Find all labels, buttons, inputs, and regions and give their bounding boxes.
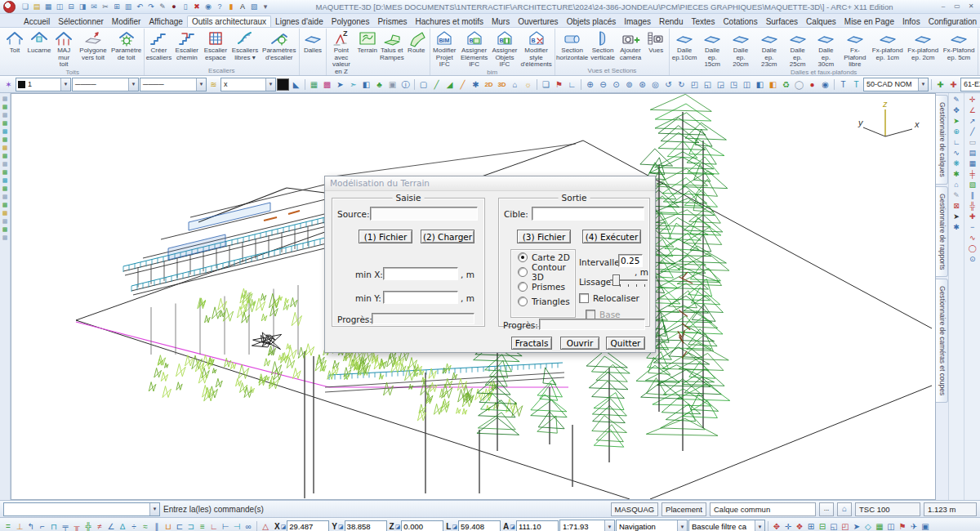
rect-icon[interactable]: ▭ xyxy=(969,137,976,148)
ribbon-button-polygone-vers-toit[interactable]: Polygone vers toit xyxy=(76,29,109,61)
ribbon-button-terrain[interactable]: Terrain xyxy=(355,29,380,55)
ribbon-button-vues[interactable]: Vues xyxy=(644,29,668,55)
undo-icon[interactable]: ↶ xyxy=(134,2,145,12)
wing-icon[interactable]: ✈ xyxy=(908,522,920,531)
ribbon-button-section-verticale[interactable]: Section verticale xyxy=(589,29,617,61)
fill-toggle-icon[interactable]: ◢ xyxy=(443,78,456,91)
arrow-black-icon[interactable]: ➤ xyxy=(953,212,960,222)
coordinate-value[interactable]: 29.487 xyxy=(287,520,329,531)
plus-icon[interactable]: ✚ xyxy=(969,212,976,222)
chevron-down-icon[interactable]: ▼ xyxy=(918,78,928,91)
save-icon[interactable]: ▦ xyxy=(42,2,54,12)
snap-tack2-icon[interactable]: ⊣ xyxy=(231,522,243,531)
minimize-button[interactable]: – xyxy=(938,2,949,11)
filter-toggle-select[interactable]: Bascule filtre ca▼ xyxy=(688,520,765,531)
visibility-eye-icon[interactable]: ◉ xyxy=(819,78,831,91)
ribbon-button-ajouter-cam-ra[interactable]: Ajouter caméra xyxy=(617,29,644,61)
view-axo-icon[interactable]: ◧ xyxy=(754,78,766,91)
pane2-icon[interactable]: ◰ xyxy=(840,522,851,531)
ribbon-button-modifier-projet-ifc[interactable]: BIMModifier Projet IFC xyxy=(431,29,458,69)
fence-icon[interactable]: ╪ xyxy=(969,169,974,180)
executer-button[interactable]: (4) Exécuter xyxy=(582,230,641,243)
home-view-icon[interactable]: ⌂ xyxy=(509,78,521,91)
ext-layer-select[interactable]: 61-EXT 0.12▼ xyxy=(960,78,980,91)
tool-icon[interactable]: ▩ xyxy=(2,136,8,143)
ribbon-button-dalle-ep-20cm[interactable]: Dalle ep. 20cm xyxy=(727,29,755,69)
corner-icon[interactable]: ∟ xyxy=(953,137,960,148)
tool-icon[interactable]: ▩ xyxy=(2,209,8,216)
minus-icon[interactable]: − xyxy=(970,222,974,233)
delete-icon[interactable]: ✖ xyxy=(191,2,203,12)
menu-tab[interactable]: Sélectionner xyxy=(54,16,108,27)
coordinate-value[interactable]: 0.000 xyxy=(401,520,443,531)
tool-icon[interactable]: ▩ xyxy=(2,152,8,159)
panel-icon[interactable]: ▣ xyxy=(920,522,931,531)
menu-tab[interactable]: Calques xyxy=(802,16,840,27)
output-type-radio[interactable]: Triangles xyxy=(511,294,575,309)
view-side-icon[interactable]: ◲ xyxy=(715,78,727,91)
select-lasso-icon[interactable]: ➣ xyxy=(347,78,359,91)
selection-frame-icon[interactable]: ▢ xyxy=(417,78,430,91)
chevron-down-icon[interactable]: ▼ xyxy=(60,78,70,91)
ribbon-button-param-tre-de-toit[interactable]: Paramètre de toit xyxy=(110,29,143,61)
clipboard-icon[interactable]: ▧ xyxy=(248,2,260,12)
flagged-icon[interactable]: ⚑ xyxy=(897,522,908,531)
layer-browse-button[interactable]: ... xyxy=(819,502,834,516)
cross-red-icon[interactable]: ✛ xyxy=(969,95,976,105)
line-width-select[interactable]: ────▼ xyxy=(140,78,207,91)
text-filter-b-icon[interactable]: T xyxy=(850,78,862,91)
snap-div-icon[interactable]: ÷ xyxy=(128,522,140,531)
chevron-down-icon[interactable]: ▼ xyxy=(677,520,687,531)
tool-icon[interactable]: ▩ xyxy=(2,176,8,184)
menu-tab[interactable]: Ouvertures xyxy=(514,16,562,27)
ribbon-button-dalle-ep-23cm[interactable]: Dalle ep. 23cm xyxy=(755,29,783,69)
text-filter-a-icon[interactable]: T xyxy=(837,78,849,91)
quitter-button[interactable]: Quitter xyxy=(606,337,645,350)
snowflake-icon[interactable]: ✱ xyxy=(470,78,482,91)
ucs-corner-icon[interactable]: ∟ xyxy=(566,78,578,91)
coordinate-value[interactable]: 38.858 xyxy=(345,520,387,531)
copy-icon[interactable]: ⊞ xyxy=(111,2,122,12)
ribbon-button-maj-mur-toit[interactable]: MAJ mur toit xyxy=(51,29,76,69)
grid-plus-icon[interactable]: ⊞ xyxy=(805,522,817,531)
palette-icon[interactable]: ▩ xyxy=(321,78,333,91)
snap-angle-icon[interactable]: ∠ xyxy=(105,522,117,531)
circle-icon[interactable]: ◯ xyxy=(969,243,977,254)
cut-icon[interactable]: ✂ xyxy=(100,2,111,12)
menu-tab[interactable]: Accueil xyxy=(20,16,54,27)
burst-icon[interactable]: ❋ xyxy=(953,158,960,169)
minx-input[interactable] xyxy=(383,267,458,280)
ouvrir-button[interactable]: Ouvrir xyxy=(560,337,599,350)
tool-icon[interactable]: ▩ xyxy=(2,127,8,135)
ribbon-button-fx-plafond-ep-2cm[interactable]: Fx-plafond ep. 2cm xyxy=(906,29,942,61)
visibility-icon[interactable]: ◉ xyxy=(203,2,214,12)
menu-tab[interactable]: Images xyxy=(620,16,655,27)
menu-tab[interactable]: Murs xyxy=(488,16,514,27)
mode-2d-icon[interactable]: 2D xyxy=(483,78,495,91)
slider-thumb[interactable] xyxy=(612,274,620,286)
radio-button-icon[interactable] xyxy=(518,267,528,277)
paint-bucket-icon[interactable]: ◣ xyxy=(290,78,302,91)
menu-tab[interactable]: Objets placés xyxy=(563,16,621,27)
ribbon-button-fx-plafond-ep-5cm[interactable]: Fx-Plafond ep. 5cm xyxy=(941,29,977,61)
menu-tab[interactable]: Modifier xyxy=(108,16,145,27)
coordinate-value[interactable]: 59.408 xyxy=(458,520,501,531)
highlight-icon[interactable]: ▮ xyxy=(225,2,237,12)
ribbon-button-toit[interactable]: Toit xyxy=(2,29,27,55)
hatch-select[interactable]: x▼ xyxy=(220,78,276,91)
hatch-icon[interactable]: ▧ xyxy=(969,180,976,190)
target-icon[interactable]: ⊕ xyxy=(953,127,960,137)
maximize-button[interactable]: ▭ xyxy=(951,2,963,11)
close-button[interactable]: ✕ xyxy=(965,2,977,11)
radio-button-icon[interactable] xyxy=(518,282,528,292)
chevron-down-icon[interactable]: ▼ xyxy=(196,78,206,91)
cube-3d-icon[interactable]: ◧ xyxy=(360,78,372,91)
menu-tab[interactable]: Rendu xyxy=(655,16,687,27)
chevron-down-icon[interactable]: ▼ xyxy=(128,78,138,91)
snap-triple-icon[interactable]: ≡ xyxy=(197,522,208,531)
hatch-toggle-icon[interactable]: ╱ xyxy=(430,78,443,91)
zoom-extents-icon[interactable]: ⊚ xyxy=(623,78,635,91)
manager-tab[interactable]: Gestionnaire de rapports xyxy=(936,186,948,278)
zoom-previous-icon[interactable]: ⊛ xyxy=(636,78,648,91)
move-icon[interactable]: ✥ xyxy=(953,105,960,116)
